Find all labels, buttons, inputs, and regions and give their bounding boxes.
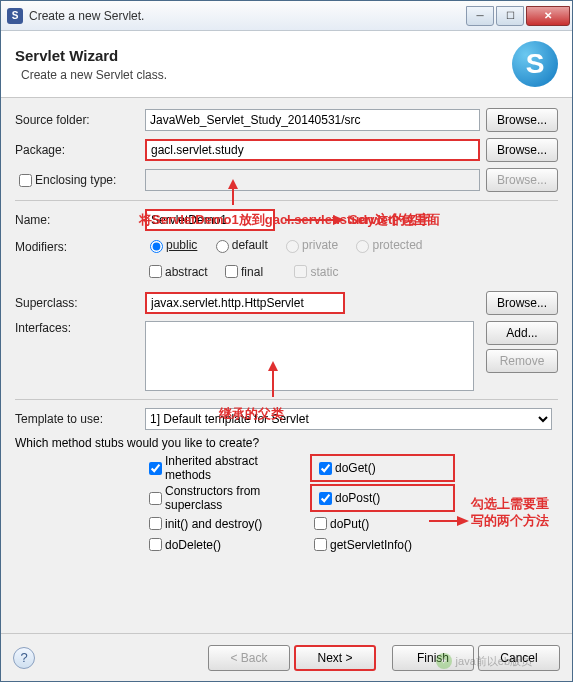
window-title: Create a new Servlet. <box>29 9 466 23</box>
modifier-protected: protected <box>351 237 422 253</box>
svg-marker-3 <box>333 215 345 225</box>
wechat-icon: ✦ <box>436 653 452 669</box>
enclosing-type-label: Enclosing type: <box>35 173 116 187</box>
servlet-icon: S <box>512 41 558 87</box>
superclass-label: Superclass: <box>15 296 145 310</box>
interfaces-list[interactable] <box>145 321 474 391</box>
wizard-header: Servlet Wizard Create a new Servlet clas… <box>1 31 572 98</box>
package-label: Package: <box>15 143 145 157</box>
close-button[interactable]: ✕ <box>526 6 570 26</box>
enclosing-type-checkbox[interactable] <box>19 174 32 187</box>
annotation-name: Servlet的名字 <box>349 211 431 229</box>
browse-source-button[interactable]: Browse... <box>486 108 558 132</box>
stubs-question: Which method stubs would you like to cre… <box>15 436 558 450</box>
stub-dodelete[interactable]: doDelete() <box>145 535 290 554</box>
browse-superclass-button[interactable]: Browse... <box>486 291 558 315</box>
next-button[interactable]: Next > <box>294 645 376 671</box>
remove-interface-button: Remove <box>486 349 558 373</box>
template-select[interactable]: 1] Default template for Servlet <box>145 408 552 430</box>
header-subtitle: Create a new Servlet class. <box>21 68 512 82</box>
package-input[interactable] <box>145 139 480 161</box>
minimize-button[interactable]: ─ <box>466 6 494 26</box>
help-button[interactable]: ? <box>13 647 35 669</box>
browse-package-button[interactable]: Browse... <box>486 138 558 162</box>
maximize-button[interactable]: ☐ <box>496 6 524 26</box>
source-folder-label: Source folder: <box>15 113 145 127</box>
stub-doget[interactable]: doGet() <box>310 454 455 482</box>
modifier-default[interactable]: default <box>211 237 268 253</box>
add-interface-button[interactable]: Add... <box>486 321 558 345</box>
name-input[interactable] <box>145 209 275 231</box>
modifier-abstract[interactable]: abstract <box>145 262 208 281</box>
back-button: < Back <box>208 645 290 671</box>
modifier-static: static <box>290 262 338 281</box>
template-label: Template to use: <box>15 412 145 426</box>
stub-constructors[interactable]: Constructors from superclass <box>145 484 290 512</box>
stub-init-destroy[interactable]: init() and destroy() <box>145 514 290 533</box>
stub-inherited[interactable]: Inherited abstract methods <box>145 454 290 482</box>
modifiers-label: Modifiers: <box>15 240 145 254</box>
modifier-public[interactable]: public <box>145 237 197 253</box>
stub-getservletinfo[interactable]: getServletInfo() <box>310 535 455 554</box>
source-folder-input[interactable] <box>145 109 480 131</box>
modifier-final[interactable]: final <box>221 262 263 281</box>
titlebar: S Create a new Servlet. ─ ☐ ✕ <box>1 1 572 31</box>
stub-dopost[interactable]: doPost() <box>310 484 455 512</box>
modifier-private: private <box>281 237 338 253</box>
enclosing-type-input <box>145 169 480 191</box>
superclass-input[interactable] <box>145 292 345 314</box>
stub-doput[interactable]: doPut() <box>310 514 455 533</box>
watermark: ✦java前以eb版员 <box>436 653 532 669</box>
header-title: Servlet Wizard <box>15 47 512 64</box>
name-label: Name: <box>15 213 145 227</box>
interfaces-label: Interfaces: <box>15 321 145 335</box>
browse-enclosing-button: Browse... <box>486 168 558 192</box>
app-icon: S <box>7 8 23 24</box>
